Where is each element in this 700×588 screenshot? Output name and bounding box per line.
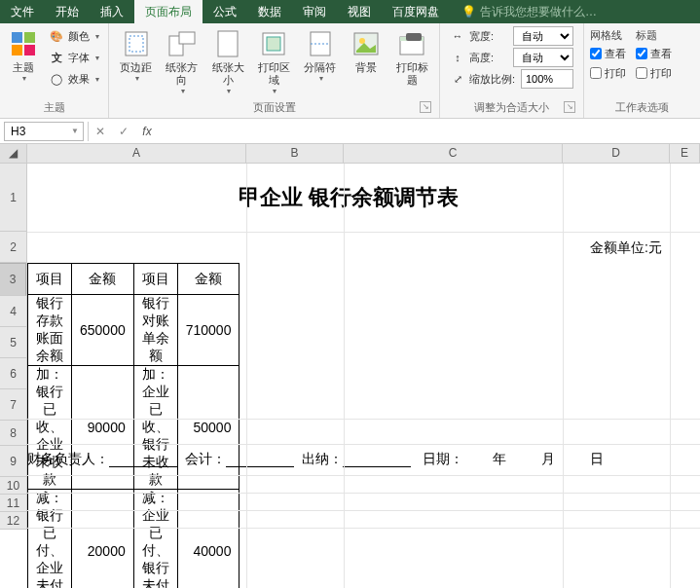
group-sheetopts: 网格线 查看 打印 标题 查看 打印 工作表选项	[584, 23, 700, 118]
spreadsheet[interactable]: ◢ A B C D E 1 2 3 4 5 6 7 8 9 10 11 12 甲…	[0, 144, 700, 588]
check-icon: ✓	[119, 125, 129, 138]
tab-baidu[interactable]: 百度网盘	[382, 0, 450, 23]
themes-button[interactable]: 主题	[6, 26, 41, 85]
cell-r3c2[interactable]: 20000	[72, 490, 134, 589]
colors-button[interactable]: 🎨颜色	[45, 26, 103, 46]
scale-icon: ⤢	[450, 71, 465, 87]
head-view-check[interactable]: 查看	[636, 45, 672, 62]
row-headers: 1 2 3 4 5 6 7 8 9 10 11 12	[0, 164, 27, 530]
name-box[interactable]: H3▼	[4, 122, 84, 141]
tab-view[interactable]: 视图	[337, 0, 382, 23]
area-button[interactable]: 打印区域	[253, 26, 295, 97]
row-12[interactable]: 12	[0, 512, 26, 530]
signature-row[interactable]: 财务负责人： 会计： 出纳： 日期： 年 月 日	[27, 444, 670, 475]
col-C[interactable]: C	[344, 144, 563, 163]
bulb-icon: 💡	[461, 5, 476, 18]
row-7[interactable]: 7	[0, 389, 26, 421]
sig-day: 日	[590, 451, 604, 468]
formula-input[interactable]	[159, 122, 700, 141]
formula-bar: H3▼ ✕ ✓ fx	[0, 119, 700, 144]
cell-r1c1[interactable]: 银行存款账面余额	[28, 295, 72, 366]
group-scale: ↔宽度:自动 ↕高度:自动 ⤢缩放比例: 调整为合适大小↘	[440, 23, 584, 118]
row-11[interactable]: 11	[0, 495, 26, 512]
head-print-check[interactable]: 打印	[636, 64, 672, 82]
svg-rect-7	[179, 32, 195, 44]
orient-button[interactable]: 纸张方向	[161, 26, 203, 97]
size-icon	[212, 28, 243, 59]
fonts-button[interactable]: 文字体	[45, 48, 103, 67]
col-B[interactable]: B	[246, 144, 344, 163]
tab-file[interactable]: 文件	[0, 0, 45, 23]
row-3[interactable]: 3	[0, 263, 26, 296]
headings-label: 标题	[636, 28, 672, 43]
row-1[interactable]: 1	[0, 164, 26, 232]
height-select[interactable]: 自动	[513, 48, 573, 67]
tab-data[interactable]: 数据	[247, 0, 292, 23]
margins-button[interactable]: 页边距	[115, 26, 157, 85]
cell-r1c2[interactable]: 650000	[72, 295, 134, 366]
cell-r3c1[interactable]: 减：银行已付、企业未付款	[28, 490, 72, 589]
themes-icon	[8, 28, 39, 59]
grid-v2	[344, 164, 345, 588]
row-2[interactable]: 2	[0, 232, 26, 263]
scale-launcher[interactable]: ↘	[564, 101, 575, 113]
row-9[interactable]: 9	[0, 446, 26, 477]
th-item2[interactable]: 项目	[133, 264, 177, 295]
svg-point-14	[359, 38, 365, 44]
col-A[interactable]: A	[27, 144, 246, 163]
namebox-dropdown-icon[interactable]: ▼	[67, 127, 83, 135]
col-D[interactable]: D	[563, 144, 670, 163]
sig-month: 月	[541, 451, 555, 468]
titles-button[interactable]: 打印标题	[391, 26, 433, 89]
sig-acct-line	[226, 452, 294, 467]
cancel-button[interactable]: ✕	[89, 120, 112, 143]
orient-icon	[166, 28, 198, 59]
th-amt1[interactable]: 金额	[72, 264, 134, 295]
cell-unit[interactable]: 金额单位:元	[27, 232, 670, 263]
height-row: ↕高度:自动	[446, 48, 577, 67]
tab-formula[interactable]: 公式	[203, 0, 247, 23]
width-icon: ↔	[450, 28, 465, 44]
cell-title[interactable]: 甲企业 银行余额调节表	[27, 164, 670, 232]
grid-print-check[interactable]: 打印	[590, 64, 626, 82]
bg-button[interactable]: 背景	[345, 26, 387, 76]
tab-review[interactable]: 审阅	[292, 0, 337, 23]
row-10[interactable]: 10	[0, 477, 26, 495]
tab-insert[interactable]: 插入	[90, 0, 134, 23]
width-select[interactable]: 自动	[513, 26, 573, 46]
sig-cashier-label: 出纳：	[302, 451, 343, 468]
breaks-button[interactable]: 分隔符	[299, 26, 341, 85]
menu-bar: 文件 开始 插入 页面布局 公式 数据 审阅 视图 百度网盘 💡告诉我您想要做什…	[0, 0, 700, 23]
sig-resp-line	[109, 452, 177, 467]
bg-icon	[350, 28, 382, 59]
row-4[interactable]: 4	[0, 296, 26, 327]
tab-layout[interactable]: 页面布局	[134, 0, 203, 23]
pagesetup-launcher[interactable]: ↘	[420, 101, 431, 113]
svg-rect-2	[12, 45, 22, 55]
row-6[interactable]: 6	[0, 358, 26, 389]
row-5[interactable]: 5	[0, 327, 26, 358]
col-E[interactable]: E	[670, 144, 700, 163]
tell-me[interactable]: 💡告诉我您想要做什么…	[461, 4, 597, 20]
effects-button[interactable]: ◯效果	[45, 69, 103, 89]
cell-r3c3[interactable]: 减：企业已付、银行未付款	[133, 490, 177, 589]
cell-r1c4[interactable]: 710000	[177, 295, 239, 366]
cell-r3c4[interactable]: 40000	[177, 490, 239, 589]
select-all-corner[interactable]: ◢	[0, 144, 27, 163]
svg-rect-1	[24, 32, 35, 43]
column-headers: ◢ A B C D E	[0, 144, 700, 164]
grid-view-check[interactable]: 查看	[590, 45, 626, 62]
fx-button[interactable]: fx	[135, 120, 159, 143]
th-amt2[interactable]: 金额	[177, 264, 239, 295]
size-button[interactable]: 纸张大小	[207, 26, 249, 97]
grid-h12	[27, 528, 700, 529]
enter-button[interactable]: ✓	[112, 120, 135, 143]
tab-home[interactable]: 开始	[45, 0, 90, 23]
row-8[interactable]: 8	[0, 421, 26, 446]
scale-input[interactable]	[521, 69, 573, 89]
cell-r1c3[interactable]: 银行对账单余额	[133, 295, 177, 366]
data-table: 项目 金额 项目 金额 银行存款账面余额 650000 银行对账单余额 7100…	[27, 263, 239, 588]
th-item1[interactable]: 项目	[28, 264, 72, 295]
svg-rect-3	[24, 45, 35, 55]
group-label-themes: 主题	[6, 100, 102, 118]
